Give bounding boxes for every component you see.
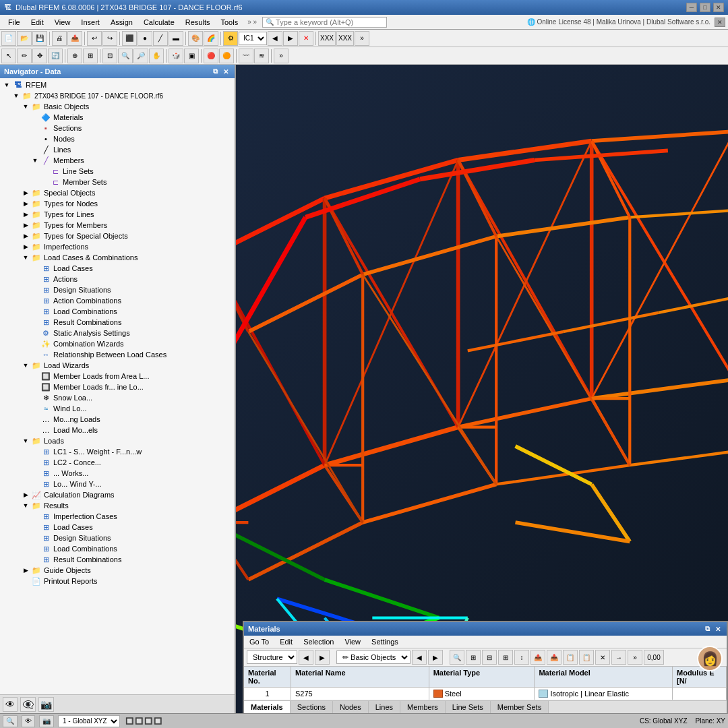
tree-combination-wizards[interactable]: ✨ Combination Wizards bbox=[0, 338, 235, 349]
tb-more[interactable]: » bbox=[355, 31, 369, 46]
tree-relationship[interactable]: ↔ Relationship Between Load Cases bbox=[0, 349, 235, 360]
tb-export[interactable]: 📤 bbox=[67, 31, 82, 46]
structure-combo[interactable]: Structure bbox=[247, 650, 297, 664]
tree-load-combinations[interactable]: ⊞ Load Combinations bbox=[0, 306, 235, 317]
3d-view[interactable]: Materials ⧉ ✕ Go To Edit Selection View … bbox=[236, 65, 728, 713]
tb-open[interactable]: 📂 bbox=[17, 31, 32, 46]
tb2-zoom-fit[interactable]: ⊡ bbox=[102, 49, 117, 63]
tab-members[interactable]: Members bbox=[400, 701, 446, 713]
tree-imperfection-cases[interactable]: ⊞ Imperfection Cases bbox=[0, 511, 235, 522]
tb2-color2[interactable]: 🟠 bbox=[219, 49, 234, 63]
menu-results[interactable]: Results bbox=[180, 17, 216, 28]
tb-render[interactable]: 🎨 bbox=[188, 31, 203, 46]
tree-sections[interactable]: ▪ Sections bbox=[0, 123, 235, 133]
tree-load-wizards[interactable]: ▼ 📁 Load Wizards bbox=[0, 360, 235, 371]
tb-save[interactable]: 💾 bbox=[32, 31, 47, 46]
tab-sections[interactable]: Sections bbox=[291, 701, 333, 713]
tree-moving-loads[interactable]: … Mo...ng Loads bbox=[0, 414, 235, 425]
tb2-pan[interactable]: ✋ bbox=[149, 49, 164, 63]
nav-btn-3[interactable]: 📷 bbox=[38, 697, 54, 712]
tree-actions[interactable]: ⊞ Actions bbox=[0, 274, 235, 284]
tb2-zoom-out[interactable]: 🔎 bbox=[133, 49, 148, 63]
tb-node[interactable]: ● bbox=[138, 31, 152, 46]
tab-lines[interactable]: Lines bbox=[369, 701, 400, 713]
tree-results-load-cases[interactable]: ⊞ Load Cases bbox=[0, 522, 235, 533]
tree-lc1[interactable]: ⊞ LC1 - S... Weight - F...n...w bbox=[0, 446, 235, 457]
tree-lines[interactable]: ╱ Lines bbox=[0, 144, 235, 155]
materials-row-1[interactable]: 1 S275 Steel Isotropic | Linear Elastic bbox=[244, 688, 727, 700]
tree-types-lines[interactable]: ▶ 📁 Types for Lines bbox=[0, 209, 235, 220]
tab-line-sets[interactable]: Line Sets bbox=[446, 701, 491, 713]
menu-insert[interactable]: Insert bbox=[75, 17, 105, 28]
mat-delete[interactable]: ✕ bbox=[595, 650, 610, 665]
mat-menu-goto[interactable]: Go To bbox=[247, 637, 272, 646]
minimize-button[interactable]: ─ bbox=[686, 3, 697, 12]
tb2-render-mode[interactable]: ▣ bbox=[184, 49, 199, 63]
mat-menu-edit[interactable]: Edit bbox=[277, 637, 295, 646]
tree-member-loads-line[interactable]: 🔲 Member Loads fr... ine Lo... bbox=[0, 382, 235, 392]
tb2-deform[interactable]: 〰 bbox=[239, 49, 253, 63]
status-btn-eye[interactable]: 👁 bbox=[22, 715, 35, 727]
tree-special-objects[interactable]: ▶ 📁 Special Objects bbox=[0, 187, 235, 198]
menu-tools[interactable]: Tools bbox=[215, 17, 243, 28]
view-combo[interactable]: 1 - Global XYZ bbox=[58, 715, 120, 727]
tb-xxx2[interactable]: XXX bbox=[336, 31, 354, 46]
tree-load-cases[interactable]: ⊞ Load Cases bbox=[0, 263, 235, 274]
mat-import[interactable]: 📥 bbox=[547, 650, 562, 665]
mat-search[interactable]: 🔍 bbox=[450, 650, 464, 665]
tree-worksp[interactable]: ⊞ ... Works... bbox=[0, 468, 235, 479]
tree-result-combinations[interactable]: ⊞ Result Combinations bbox=[0, 317, 235, 328]
mat-combo-next[interactable]: ▶ bbox=[428, 650, 443, 665]
mat-copy[interactable]: 📋 bbox=[563, 650, 578, 665]
mat-export[interactable]: 📤 bbox=[530, 650, 545, 665]
status-btn-cam[interactable]: 📷 bbox=[39, 715, 54, 727]
tb2-3d[interactable]: 🎲 bbox=[169, 49, 183, 63]
mat-more[interactable]: » bbox=[628, 650, 642, 665]
search-box[interactable]: 🔍 bbox=[262, 17, 387, 28]
tb2-grid[interactable]: ⊞ bbox=[83, 49, 98, 63]
tree-imperfections[interactable]: ▶ 📁 Imperfections bbox=[0, 241, 235, 252]
tb2-cursor[interactable]: ↖ bbox=[1, 49, 16, 63]
tab-member-sets[interactable]: Member Sets bbox=[491, 701, 549, 713]
tree-results[interactable]: ▼ 📁 Results bbox=[0, 500, 235, 511]
mat-filter[interactable]: ⊞ bbox=[466, 650, 481, 665]
tb-new[interactable]: 📄 bbox=[1, 31, 16, 46]
tree-static-analysis[interactable]: ⚙ Static Analysis Settings bbox=[0, 328, 235, 338]
tree-materials[interactable]: 🔷 Materials bbox=[0, 112, 235, 123]
tree-load-wind[interactable]: ⊞ Lo... Wind Y-... bbox=[0, 479, 235, 489]
tree-action-combinations[interactable]: ⊞ Action Combinations bbox=[0, 295, 235, 306]
tb2-move[interactable]: ✥ bbox=[32, 49, 47, 63]
nav-btn-2[interactable]: 👁‍🗨 bbox=[20, 697, 36, 712]
menu-edit[interactable]: Edit bbox=[26, 17, 49, 28]
tree-lc2[interactable]: ⊞ LC2 - Conce... bbox=[0, 457, 235, 468]
tb2-more[interactable]: » bbox=[274, 49, 289, 63]
tb-xxx1[interactable]: XXX bbox=[318, 31, 336, 46]
nav-restore[interactable]: ⧉ bbox=[210, 67, 220, 76]
tree-results-design-sit[interactable]: ⊞ Design Situations bbox=[0, 533, 235, 543]
mat-paste[interactable]: 📋 bbox=[579, 650, 594, 665]
mat-arrow[interactable]: → bbox=[611, 650, 626, 665]
mat-combo-prev[interactable]: ◀ bbox=[412, 650, 427, 665]
tree-project[interactable]: ▼ 📁 2TX043 BRIDGE 107 - DANCE FLOOR.rf6 bbox=[0, 90, 235, 101]
tb2-rotate[interactable]: 🔄 bbox=[48, 49, 63, 63]
tab-nodes[interactable]: Nodes bbox=[333, 701, 369, 713]
mat-sort[interactable]: ↕ bbox=[514, 650, 529, 665]
tree-types-members[interactable]: ▶ 📁 Types for Members bbox=[0, 220, 235, 231]
maximize-button[interactable]: □ bbox=[700, 3, 710, 12]
materials-restore[interactable]: ⧉ bbox=[702, 624, 712, 634]
tree-calc-diagrams[interactable]: ▶ 📈 Calculation Diagrams bbox=[0, 489, 235, 500]
tree-wind-loads[interactable]: ≈ Wind Lo... bbox=[0, 403, 235, 414]
close-button[interactable]: ✕ bbox=[713, 3, 724, 12]
tb2-zoom-in[interactable]: 🔍 bbox=[118, 49, 133, 63]
mat-col-btn[interactable]: ⊟ bbox=[482, 650, 497, 665]
tree-loads[interactable]: ▼ 📁 Loads bbox=[0, 435, 235, 446]
tree-nodes[interactable]: • Nodes bbox=[0, 133, 235, 144]
mat-row-btn[interactable]: ⊞ bbox=[498, 650, 513, 665]
viewport[interactable]: Materials ⧉ ✕ Go To Edit Selection View … bbox=[236, 65, 728, 713]
mat-zero[interactable]: 0,00 bbox=[644, 650, 664, 665]
tree-types-special[interactable]: ▶ 📁 Types for Special Objects bbox=[0, 231, 235, 241]
tb-line[interactable]: ╱ bbox=[153, 31, 168, 46]
tree-results-result-combo[interactable]: ⊞ Result Combinations bbox=[0, 554, 235, 565]
basic-objects-combo[interactable]: ✏ Basic Objects bbox=[336, 650, 411, 664]
tree-members[interactable]: ▼ ╱ Members bbox=[0, 155, 235, 166]
